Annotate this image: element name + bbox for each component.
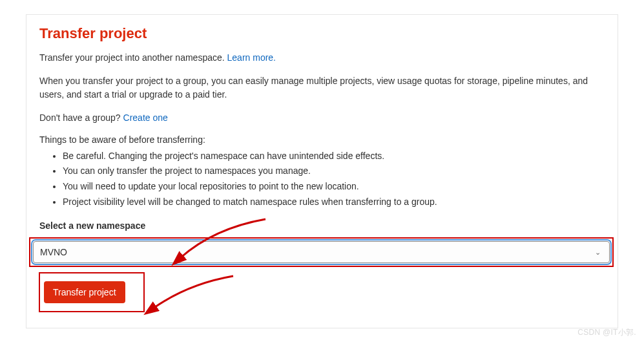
namespace-label: Select a new namespace [39, 220, 605, 231]
create-group-link[interactable]: Create one [123, 112, 168, 123]
learn-more-link[interactable]: Learn more. [227, 52, 276, 63]
aware-heading: Things to be aware of before transferrin… [39, 134, 605, 145]
list-item: Project visibility level will be changed… [63, 195, 605, 210]
annotation-arrow-icon [143, 272, 240, 317]
no-group-prefix: Don't have a group? [39, 112, 123, 123]
namespace-select-highlight: MVNO ⌄ [29, 237, 614, 267]
aware-list: Be careful. Changing the project's names… [63, 149, 605, 210]
transfer-button-highlight: Transfer project [39, 272, 145, 312]
list-item: Be careful. Changing the project's names… [63, 149, 605, 164]
list-item: You will need to update your local repos… [63, 179, 605, 195]
transfer-project-button[interactable]: Transfer project [44, 281, 125, 303]
transfer-project-panel: Transfer project Transfer your project i… [26, 14, 618, 328]
namespace-select[interactable]: MVNO [33, 241, 610, 263]
group-description: When you transfer your project to a grou… [39, 74, 605, 102]
watermark-text: CSDN @IT小郭. [577, 327, 636, 338]
list-item: You can only transfer the project to nam… [63, 164, 605, 179]
section-title: Transfer project [39, 25, 605, 42]
intro-text: Transfer your project into another names… [39, 51, 605, 65]
no-group-text: Don't have a group? Create one [39, 111, 605, 125]
intro-prefix: Transfer your project into another names… [39, 52, 227, 63]
